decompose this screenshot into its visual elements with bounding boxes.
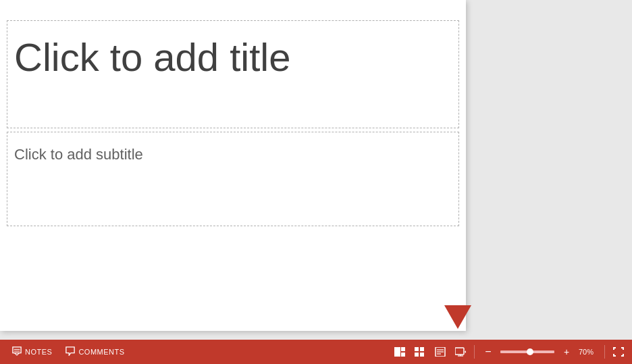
status-left: NOTES COMMENTS [5,344,392,360]
svg-rect-11 [415,353,419,357]
zoom-percent[interactable]: 70% [579,348,599,356]
title-text[interactable]: Click to add title [7,21,458,93]
status-bar: NOTES COMMENTS [0,340,632,364]
zoom-slider[interactable] [500,350,554,353]
normal-view-button[interactable] [392,344,408,360]
svg-rect-1 [13,347,21,353]
svg-marker-18 [465,350,466,353]
fit-to-window-button[interactable] [610,344,627,360]
zoom-in-icon: + [564,346,569,357]
notes-icon [12,346,22,357]
divider [474,345,475,359]
zoom-in-button[interactable]: + [558,344,575,360]
comments-button[interactable]: COMMENTS [59,344,131,360]
subtitle-text[interactable]: Click to add subtitle [7,132,458,177]
zoom-slider-thumb [527,348,533,355]
reading-view-button[interactable] [432,344,448,360]
svg-rect-8 [401,353,405,357]
notes-button[interactable]: NOTES [5,344,59,360]
svg-rect-10 [420,347,424,351]
slide-sorter-button[interactable] [412,344,428,360]
title-placeholder[interactable]: Click to add title [7,20,459,128]
svg-rect-12 [420,353,424,357]
zoom-slider-track [500,350,554,353]
slideshow-button[interactable] [452,344,469,360]
svg-rect-17 [455,348,464,355]
zoom-out-icon: − [485,346,491,358]
zoom-out-button[interactable]: − [480,344,496,360]
svg-rect-6 [394,347,400,357]
notes-label: NOTES [25,348,52,356]
comments-label: COMMENTS [78,348,124,356]
zoom-slider-container [500,350,554,353]
subtitle-placeholder[interactable]: Click to add subtitle [7,132,459,226]
status-right: − + 70% [392,344,627,360]
svg-rect-7 [401,347,405,351]
divider-2 [604,345,605,359]
comments-icon [65,346,75,357]
svg-rect-9 [415,347,419,351]
slide-container: Click to add title Click to add subtitle [0,0,632,340]
arrow-indicator [438,268,478,336]
slide[interactable]: Click to add title Click to add subtitle [0,0,466,331]
